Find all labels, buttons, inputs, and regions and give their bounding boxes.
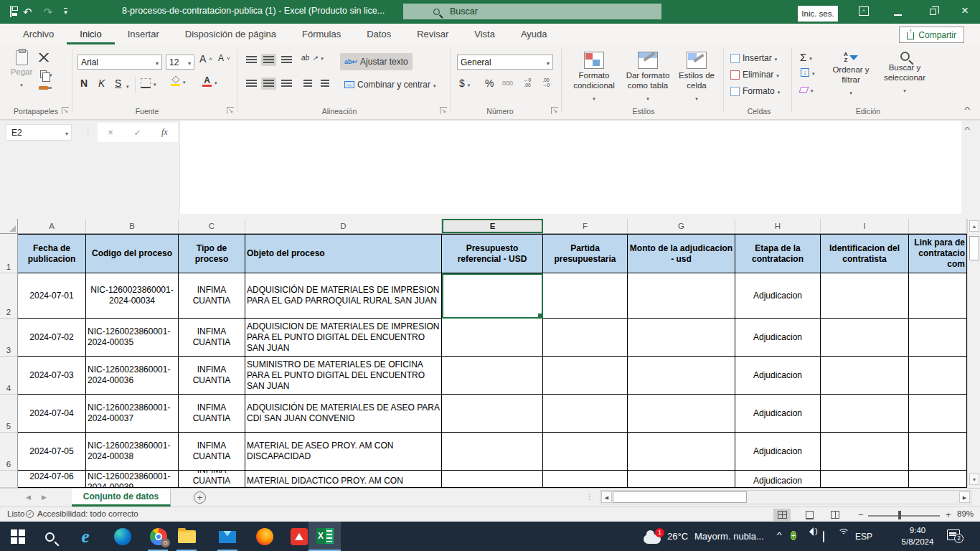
cell[interactable]: [909, 471, 967, 488]
col-header-f[interactable]: F: [543, 219, 628, 233]
shrink-font-button[interactable]: A˅: [218, 53, 230, 63]
cell[interactable]: [909, 357, 967, 395]
cell[interactable]: [442, 395, 543, 433]
cell-tipo[interactable]: INFIMA CUANTIA: [179, 433, 245, 471]
cell-objeto[interactable]: ADQUISICIÓN DE MATERIALES DE ASEO PARA C…: [245, 395, 442, 433]
cell[interactable]: [628, 471, 735, 488]
antivirus-tray-icon[interactable]: +: [791, 530, 796, 540]
new-sheet-button[interactable]: +: [194, 491, 206, 504]
align-middle-button[interactable]: [261, 54, 276, 66]
fill-color-button[interactable]: [171, 76, 186, 86]
row-header-3[interactable]: 3: [0, 319, 18, 357]
cell-objeto[interactable]: ADQUISICIÓN DE MATERIALES DE IMPRESION P…: [245, 273, 442, 319]
row-header-2[interactable]: 2: [0, 273, 18, 319]
cell[interactable]: [628, 273, 735, 319]
paste-dropdown-icon[interactable]: [20, 80, 23, 90]
font-color-button[interactable]: A: [202, 76, 217, 87]
align-center-button[interactable]: [261, 77, 276, 90]
increase-indent-button[interactable]: [319, 77, 331, 90]
alignment-dialog-launcher-icon[interactable]: ↘: [440, 107, 447, 114]
cell-codigo[interactable]: NIC-1260023860001-2024-00035: [86, 319, 179, 357]
row-header-7[interactable]: [0, 471, 18, 488]
cell-codigo[interactable]: NIC-1260023860001-2024-00039: [86, 471, 179, 488]
horizontal-scrollbar[interactable]: ◀ ▶: [600, 490, 971, 504]
formula-input[interactable]: [179, 121, 961, 214]
header-cell[interactable]: Codigo del proceso: [86, 234, 179, 273]
cell[interactable]: [909, 319, 967, 357]
cast-icon[interactable]: [823, 532, 824, 542]
scroll-down-icon[interactable]: ▼: [969, 474, 979, 485]
mail-icon[interactable]: [218, 527, 237, 546]
find-select-button[interactable]: Buscar y seleccionar: [877, 52, 933, 95]
format-painter-button[interactable]: [39, 86, 48, 90]
weather-description[interactable]: Mayorm. nubla...: [694, 531, 764, 542]
page-break-view-button[interactable]: [826, 509, 844, 521]
underline-button[interactable]: S: [115, 77, 121, 89]
tab-formulas[interactable]: Fórmulas: [289, 24, 354, 44]
cell[interactable]: [821, 395, 909, 433]
taskbar-search-button[interactable]: [40, 527, 59, 546]
wrap-text-button[interactable]: ab↩Ajustar texto: [340, 53, 413, 70]
fill-button[interactable]: ↓: [801, 67, 815, 77]
tab-disposicion[interactable]: Disposición de página: [172, 24, 289, 44]
normal-view-button[interactable]: [773, 509, 791, 521]
header-cell[interactable]: Objeto del proceso: [245, 234, 442, 273]
cell[interactable]: [442, 433, 543, 471]
align-bottom-button[interactable]: [279, 54, 294, 66]
sheet-nav-left-icon[interactable]: ◀: [26, 494, 31, 501]
paste-button[interactable]: Pegar: [7, 50, 36, 90]
col-header-c[interactable]: C: [179, 219, 245, 233]
scroll-left-icon[interactable]: ◀: [601, 491, 612, 503]
name-box-dropdown-icon[interactable]: [65, 128, 68, 138]
undo-icon[interactable]: ↶: [23, 6, 32, 17]
header-cell[interactable]: Etapa de la contratacion: [735, 234, 821, 273]
chrome-icon[interactable]: G: [149, 527, 168, 546]
number-format-select[interactable]: General: [457, 55, 553, 70]
header-cell[interactable]: Partida presupuestaria: [543, 234, 628, 273]
name-box[interactable]: E2: [6, 124, 72, 141]
collapse-formula-bar-icon[interactable]: ^: [964, 126, 970, 134]
notification-center-icon[interactable]: 2: [947, 529, 960, 540]
cell[interactable]: [821, 433, 909, 471]
cell[interactable]: [821, 471, 909, 488]
firefox-icon[interactable]: [255, 527, 274, 546]
cell[interactable]: [628, 319, 735, 357]
edge-icon[interactable]: [113, 527, 132, 546]
row-header-6[interactable]: 6: [0, 433, 18, 471]
row-header-4[interactable]: 4: [0, 357, 18, 395]
cell[interactable]: [442, 357, 543, 395]
cell-etapa[interactable]: Adjudicacion: [735, 395, 821, 433]
cell[interactable]: [543, 395, 628, 433]
comma-style-button[interactable]: 000: [502, 80, 513, 87]
cell-etapa[interactable]: Adjudicacion: [735, 357, 821, 395]
delete-cells-button[interactable]: Eliminar: [730, 70, 779, 80]
cancel-icon[interactable]: ×: [108, 127, 113, 138]
col-header-e[interactable]: E: [442, 219, 543, 233]
header-cell[interactable]: Tipo de proceso: [179, 234, 245, 273]
tab-scroll-splitter[interactable]: ⋮: [585, 492, 593, 501]
cell-objeto[interactable]: SUMINISTRO DE MATERIALES DE OFICINA PARA…: [245, 357, 442, 395]
weather-temperature[interactable]: 26°C: [667, 531, 688, 542]
cell-fecha[interactable]: 2024-07-03: [18, 357, 86, 395]
customize-qat-icon[interactable]: ▾: [64, 8, 67, 15]
cell[interactable]: [628, 357, 735, 395]
zoom-level[interactable]: 89%: [957, 509, 974, 518]
cell-codigo[interactable]: NIC-1260023860001-2024-00038: [86, 433, 179, 471]
cell-tipo[interactable]: INFIMA CUANTIA: [179, 319, 245, 357]
row-header-5[interactable]: 5: [0, 395, 18, 433]
cell[interactable]: [909, 395, 967, 433]
tab-ayuda[interactable]: Ayuda: [508, 24, 560, 44]
currency-button[interactable]: $: [459, 77, 470, 89]
tab-insertar[interactable]: Insertar: [115, 24, 172, 44]
file-explorer-icon[interactable]: [177, 527, 196, 546]
font-name-select[interactable]: Arial: [77, 55, 162, 70]
percent-button[interactable]: %: [485, 77, 494, 89]
start-button[interactable]: [9, 527, 27, 546]
align-left-button[interactable]: [244, 77, 259, 90]
cell-objeto[interactable]: MATERIAL DIDACTICO PROY. AM CON: [245, 471, 442, 488]
language-indicator[interactable]: ESP: [855, 532, 872, 542]
horizontal-scroll-thumb[interactable]: [613, 491, 747, 503]
cell[interactable]: [442, 471, 543, 488]
save-icon[interactable]: [10, 6, 11, 17]
cut-button[interactable]: [39, 53, 49, 62]
